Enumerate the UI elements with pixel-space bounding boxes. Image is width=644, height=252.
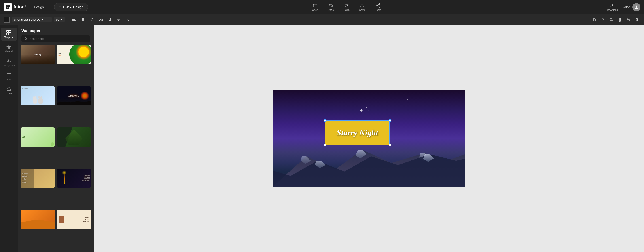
canvas-area: ✦ ✦ ✦ <box>94 25 644 252</box>
size-chevron-icon <box>60 18 62 21</box>
trash-icon <box>635 18 639 22</box>
strikethrough-button[interactable] <box>115 16 122 23</box>
sidebar-item-material[interactable]: Material <box>1 42 17 55</box>
sidebar-item-texts[interactable]: Texts <box>1 70 17 83</box>
undo-action[interactable]: Undo <box>326 2 336 12</box>
plus-icon: + <box>59 5 61 9</box>
star-icon <box>6 44 12 49</box>
text-selection-box[interactable]: Starry Night <box>325 120 390 145</box>
bold-button[interactable]: B <box>80 16 86 23</box>
color-picker[interactable] <box>4 16 10 23</box>
text-icon <box>6 72 12 77</box>
svg-rect-16 <box>9 30 11 32</box>
undo-icon <box>328 3 333 8</box>
underline-button[interactable]: U <box>106 16 113 23</box>
handle-bl[interactable] <box>324 144 326 146</box>
crop-button[interactable] <box>608 16 615 23</box>
rotate-icon <box>601 18 605 22</box>
template-card-8[interactable]: Be fearlessin the pursuitof what setsyou… <box>57 169 91 188</box>
template-icon <box>6 30 12 35</box>
mountain-svg <box>273 143 465 187</box>
redo-icon <box>344 3 349 8</box>
redo-action[interactable]: Redo <box>342 2 351 12</box>
design-dropdown[interactable]: Design <box>32 4 50 10</box>
svg-rect-2 <box>6 7 8 9</box>
search-icon <box>24 37 28 40</box>
template-label: Template <box>4 36 14 39</box>
toolbar-right <box>591 16 640 23</box>
texts-label: Texts <box>6 78 12 81</box>
sidebar-item-cloud[interactable]: Cloud <box>1 84 17 97</box>
save-action[interactable]: Save <box>358 2 367 12</box>
template-card-9[interactable] <box>20 210 55 229</box>
uppercase-button[interactable]: A <box>124 16 131 23</box>
template-card-10[interactable]: CoffeeALWYSgood idea <box>57 210 91 229</box>
font-family-selector[interactable]: Shellahera Script De <box>12 17 52 22</box>
new-design-button[interactable]: + + New Design <box>54 3 88 11</box>
svg-point-8 <box>636 5 637 7</box>
template-card-7[interactable]: you're braverthan youbelieve andstronger… <box>20 169 55 188</box>
svg-point-21 <box>25 37 26 39</box>
svg-rect-9 <box>72 18 76 19</box>
share-action[interactable]: Share <box>373 2 383 12</box>
svg-point-5 <box>378 3 380 5</box>
delete-button[interactable] <box>633 16 640 23</box>
handle-br[interactable] <box>389 144 391 146</box>
svg-rect-19 <box>7 59 11 63</box>
layers-button[interactable] <box>616 16 624 23</box>
svg-rect-15 <box>7 30 9 32</box>
chevron-down-icon <box>45 5 48 9</box>
background-label: Background <box>3 64 15 67</box>
download-icon <box>610 3 615 8</box>
svg-point-7 <box>378 6 380 7</box>
svg-rect-12 <box>117 19 120 20</box>
svg-rect-13 <box>594 19 596 21</box>
material-label: Material <box>5 50 13 53</box>
font-size-aa-button[interactable]: Aa <box>97 16 104 23</box>
save-icon <box>360 3 364 8</box>
rotate-button[interactable] <box>599 16 606 23</box>
toolbar-divider-2 <box>134 17 134 22</box>
undo-label: Undo <box>328 8 334 11</box>
template-card-3[interactable]: But you are... <box>20 86 55 105</box>
svg-point-20 <box>8 60 9 60</box>
handle-tl[interactable] <box>324 119 326 122</box>
left-panel: Wallpaper withevery Dare To F <box>18 25 94 252</box>
sidebar-item-template[interactable]: Template <box>1 28 17 41</box>
deco-stars: ✦ ✦ ✦ <box>359 108 363 113</box>
open-action[interactable]: Open <box>310 2 320 12</box>
download-label: Download <box>607 8 618 11</box>
new-design-label: + New Design <box>62 5 84 9</box>
search-input[interactable] <box>30 37 88 40</box>
open-icon <box>312 3 318 8</box>
share-icon <box>376 3 380 8</box>
toolbar-divider-1 <box>68 17 68 22</box>
lock-icon <box>626 18 630 22</box>
svg-rect-10 <box>72 19 75 20</box>
crop-icon <box>609 18 613 22</box>
svg-rect-14 <box>627 19 630 21</box>
user-avatar[interactable] <box>632 3 640 11</box>
sidebar-icons: Template Material Background Texts Cloud <box>0 25 18 252</box>
handle-tr[interactable] <box>389 119 391 122</box>
template-card-2[interactable]: Dare To Fail <box>57 45 91 64</box>
selection-border <box>325 120 390 145</box>
lock-button[interactable] <box>625 16 632 23</box>
cloud-label: Cloud <box>6 92 12 95</box>
open-label: Open <box>312 8 318 11</box>
template-card-4[interactable]: DREAM BIGAND DARE TO FAIL <box>57 86 91 105</box>
align-button[interactable] <box>70 16 78 23</box>
logo: fotor ® <box>4 3 26 11</box>
font-size-selector[interactable]: 60 <box>54 17 65 22</box>
design-label: Design <box>34 5 44 9</box>
download-button[interactable]: Download <box>605 2 620 12</box>
template-card-1[interactable]: withevery <box>20 45 55 64</box>
duplicate-button[interactable] <box>591 16 598 23</box>
template-card-6[interactable] <box>57 127 91 147</box>
italic-button[interactable]: I <box>88 16 96 23</box>
svg-point-6 <box>376 5 378 6</box>
template-card-5[interactable]: Happiness& friendship <box>20 127 55 147</box>
template-grid: withevery Dare To Fail <box>18 45 94 252</box>
sidebar-item-background[interactable]: Background <box>1 56 17 69</box>
svg-rect-4 <box>313 4 317 7</box>
